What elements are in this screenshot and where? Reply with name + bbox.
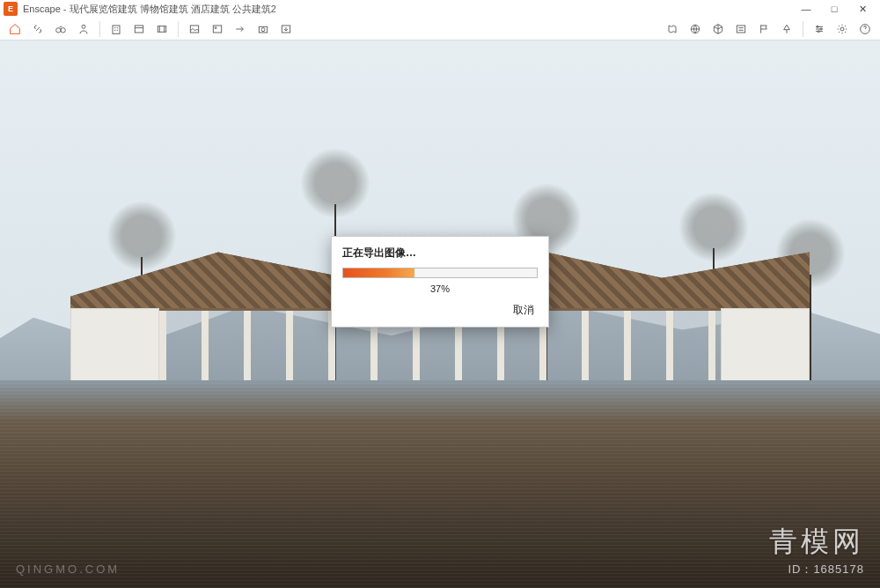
svg-point-0 bbox=[56, 27, 61, 32]
svg-rect-5 bbox=[158, 26, 165, 32]
window-controls: — □ ✕ bbox=[792, 0, 876, 18]
toolbar-separator bbox=[99, 21, 100, 37]
home-icon[interactable] bbox=[5, 19, 25, 39]
legend-icon[interactable] bbox=[731, 19, 751, 39]
link-icon[interactable] bbox=[28, 19, 48, 39]
svg-rect-7 bbox=[213, 26, 221, 33]
cube-icon[interactable] bbox=[708, 19, 728, 39]
arrow-right-icon[interactable] bbox=[231, 19, 250, 39]
export-icon[interactable] bbox=[276, 19, 296, 39]
svg-point-10 bbox=[261, 27, 265, 31]
svg-rect-4 bbox=[135, 26, 143, 33]
svg-point-8 bbox=[215, 26, 216, 28]
scene-water bbox=[0, 380, 880, 588]
watermark-brand: 青模网 bbox=[769, 523, 864, 562]
image-icon[interactable] bbox=[185, 19, 204, 39]
dialog-title: 正在导出图像… bbox=[342, 246, 538, 261]
svg-rect-13 bbox=[737, 26, 744, 33]
maximize-button[interactable]: □ bbox=[820, 0, 848, 18]
film-icon[interactable] bbox=[152, 19, 172, 39]
panel-icon[interactable] bbox=[129, 19, 149, 39]
toolbar bbox=[0, 18, 880, 40]
binoculars-icon[interactable] bbox=[51, 19, 70, 39]
watermark-bottom-right: 青模网 ID：1685178 bbox=[769, 523, 864, 577]
toolbar-left-group bbox=[5, 19, 296, 39]
cancel-button[interactable]: 取消 bbox=[510, 301, 538, 320]
toolbar-right-group bbox=[663, 19, 875, 39]
watermark-bottom-left: QINGMO.COM bbox=[16, 562, 120, 576]
svg-point-2 bbox=[82, 25, 85, 28]
watermark-id: ID：1685178 bbox=[769, 562, 864, 577]
close-button[interactable]: ✕ bbox=[848, 0, 876, 18]
render-viewport[interactable]: QINGMO.COM QINGMO.COM 青模网 ID：1685178 正在导… bbox=[0, 40, 880, 588]
person-icon[interactable] bbox=[74, 19, 93, 39]
toolbar-separator bbox=[178, 21, 179, 37]
help-icon[interactable] bbox=[855, 19, 875, 39]
flag-icon[interactable] bbox=[754, 19, 774, 39]
picture-icon[interactable] bbox=[208, 19, 227, 39]
progress-fill bbox=[343, 268, 414, 277]
svg-point-17 bbox=[840, 27, 844, 31]
title-bar: E Enscape - 现代展览馆建筑 博物馆建筑 酒店建筑 公共建筑2 — □… bbox=[0, 0, 880, 18]
svg-rect-3 bbox=[113, 26, 120, 33]
settings-icon[interactable] bbox=[832, 19, 852, 39]
window-title: Enscape - 现代展览馆建筑 博物馆建筑 酒店建筑 公共建筑2 bbox=[23, 3, 276, 16]
app-logo: E bbox=[4, 2, 18, 16]
export-progress-dialog: 正在导出图像… 37% 取消 bbox=[331, 236, 549, 327]
toolbar-separator bbox=[803, 21, 803, 37]
tree-icon[interactable] bbox=[777, 19, 796, 39]
building-icon[interactable] bbox=[106, 19, 126, 39]
slider-icon[interactable] bbox=[810, 19, 829, 39]
progress-percent-label: 37% bbox=[342, 283, 538, 294]
globe-icon[interactable] bbox=[686, 19, 705, 39]
capture-icon[interactable] bbox=[253, 19, 273, 39]
minimize-button[interactable]: — bbox=[792, 0, 820, 18]
dialog-actions: 取消 bbox=[342, 301, 538, 320]
svg-point-1 bbox=[61, 27, 65, 32]
scene-tree bbox=[810, 275, 811, 380]
map-icon[interactable] bbox=[663, 19, 682, 39]
progress-bar bbox=[342, 268, 538, 278]
